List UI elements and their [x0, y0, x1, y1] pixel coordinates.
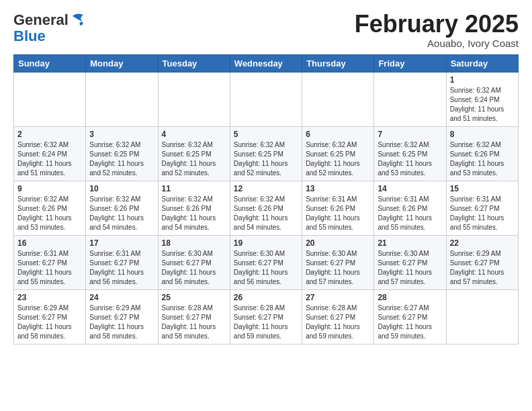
- title-block: February 2025 Aouabo, Ivory Coast: [355, 11, 519, 49]
- calendar-cell: [374, 72, 446, 126]
- day-info: Sunrise: 6:31 AM Sunset: 6:27 PM Dayligh…: [89, 249, 154, 287]
- calendar-cell: 11Sunrise: 6:32 AM Sunset: 6:26 PM Dayli…: [158, 181, 230, 235]
- calendar-day-header: Friday: [374, 54, 446, 72]
- calendar-week-row: 1Sunrise: 6:32 AM Sunset: 6:24 PM Daylig…: [14, 72, 519, 126]
- calendar-table: SundayMondayTuesdayWednesdayThursdayFrid…: [13, 54, 519, 345]
- day-info: Sunrise: 6:28 AM Sunset: 6:27 PM Dayligh…: [306, 304, 370, 341]
- location: Aouabo, Ivory Coast: [355, 38, 519, 49]
- calendar-week-row: 2Sunrise: 6:32 AM Sunset: 6:24 PM Daylig…: [14, 126, 519, 181]
- day-info: Sunrise: 6:27 AM Sunset: 6:27 PM Dayligh…: [378, 304, 442, 341]
- calendar-day-header: Tuesday: [158, 54, 230, 72]
- calendar-cell: 9Sunrise: 6:32 AM Sunset: 6:26 PM Daylig…: [14, 181, 86, 235]
- calendar-cell: 7Sunrise: 6:32 AM Sunset: 6:25 PM Daylig…: [374, 126, 446, 181]
- calendar-cell: [14, 72, 86, 126]
- page: General Blue February 2025 Aouabo, Ivory…: [0, 0, 532, 351]
- day-number: 4: [162, 130, 226, 139]
- calendar-cell: 8Sunrise: 6:32 AM Sunset: 6:26 PM Daylig…: [446, 126, 518, 181]
- day-number: 8: [450, 130, 515, 139]
- day-info: Sunrise: 6:32 AM Sunset: 6:26 PM Dayligh…: [17, 195, 82, 232]
- day-number: 28: [378, 293, 442, 302]
- calendar-cell: 17Sunrise: 6:31 AM Sunset: 6:27 PM Dayli…: [86, 235, 158, 289]
- day-number: 5: [234, 130, 298, 139]
- day-number: 11: [162, 184, 226, 193]
- day-number: 2: [17, 130, 82, 139]
- day-info: Sunrise: 6:29 AM Sunset: 6:27 PM Dayligh…: [89, 304, 154, 341]
- calendar-cell: 21Sunrise: 6:30 AM Sunset: 6:27 PM Dayli…: [374, 235, 446, 289]
- day-number: 19: [234, 238, 298, 248]
- day-info: Sunrise: 6:32 AM Sunset: 6:24 PM Dayligh…: [17, 140, 82, 178]
- calendar-cell: 16Sunrise: 6:31 AM Sunset: 6:27 PM Dayli…: [14, 235, 86, 289]
- calendar-cell: 23Sunrise: 6:29 AM Sunset: 6:27 PM Dayli…: [14, 289, 86, 344]
- calendar-day-header: Monday: [86, 54, 158, 72]
- day-info: Sunrise: 6:30 AM Sunset: 6:27 PM Dayligh…: [162, 249, 226, 287]
- calendar-cell: [86, 72, 158, 126]
- day-number: 1: [450, 75, 515, 85]
- logo-bird-icon: [70, 11, 85, 30]
- day-number: 7: [378, 130, 442, 139]
- calendar-cell: 28Sunrise: 6:27 AM Sunset: 6:27 PM Dayli…: [374, 289, 446, 344]
- day-number: 12: [234, 184, 298, 193]
- day-info: Sunrise: 6:32 AM Sunset: 6:26 PM Dayligh…: [234, 195, 298, 232]
- calendar-cell: 26Sunrise: 6:28 AM Sunset: 6:27 PM Dayli…: [230, 289, 302, 344]
- calendar-cell: [230, 72, 302, 126]
- day-info: Sunrise: 6:31 AM Sunset: 6:26 PM Dayligh…: [306, 195, 370, 232]
- day-info: Sunrise: 6:32 AM Sunset: 6:25 PM Dayligh…: [306, 140, 370, 178]
- calendar-cell: [302, 72, 374, 126]
- day-info: Sunrise: 6:31 AM Sunset: 6:27 PM Dayligh…: [450, 195, 515, 232]
- day-number: 26: [234, 293, 298, 302]
- header: General Blue February 2025 Aouabo, Ivory…: [13, 11, 519, 49]
- calendar-cell: 25Sunrise: 6:28 AM Sunset: 6:27 PM Dayli…: [158, 289, 230, 344]
- logo-blue-text: Blue: [13, 28, 46, 44]
- calendar-header-row: SundayMondayTuesdayWednesdayThursdayFrid…: [14, 54, 519, 72]
- calendar-cell: 14Sunrise: 6:31 AM Sunset: 6:26 PM Dayli…: [374, 181, 446, 235]
- calendar-cell: 10Sunrise: 6:32 AM Sunset: 6:26 PM Dayli…: [86, 181, 158, 235]
- calendar-cell: 5Sunrise: 6:32 AM Sunset: 6:25 PM Daylig…: [230, 126, 302, 181]
- calendar-cell: 3Sunrise: 6:32 AM Sunset: 6:25 PM Daylig…: [86, 126, 158, 181]
- calendar-day-header: Saturday: [446, 54, 518, 72]
- day-info: Sunrise: 6:32 AM Sunset: 6:25 PM Dayligh…: [378, 140, 442, 178]
- logo-general-text: General: [13, 12, 69, 28]
- calendar-week-row: 23Sunrise: 6:29 AM Sunset: 6:27 PM Dayli…: [14, 289, 519, 344]
- day-info: Sunrise: 6:30 AM Sunset: 6:27 PM Dayligh…: [234, 249, 298, 287]
- day-number: 18: [162, 238, 226, 248]
- day-number: 16: [17, 238, 82, 248]
- day-info: Sunrise: 6:32 AM Sunset: 6:24 PM Dayligh…: [450, 86, 515, 124]
- day-number: 21: [378, 238, 442, 248]
- day-number: 9: [17, 184, 82, 193]
- day-number: 22: [450, 238, 515, 248]
- calendar-cell: 13Sunrise: 6:31 AM Sunset: 6:26 PM Dayli…: [302, 181, 374, 235]
- day-info: Sunrise: 6:32 AM Sunset: 6:26 PM Dayligh…: [450, 140, 515, 178]
- calendar-cell: 4Sunrise: 6:32 AM Sunset: 6:25 PM Daylig…: [158, 126, 230, 181]
- calendar-day-header: Thursday: [302, 54, 374, 72]
- day-info: Sunrise: 6:32 AM Sunset: 6:25 PM Dayligh…: [89, 140, 154, 178]
- calendar-cell: 19Sunrise: 6:30 AM Sunset: 6:27 PM Dayli…: [230, 235, 302, 289]
- day-info: Sunrise: 6:28 AM Sunset: 6:27 PM Dayligh…: [162, 304, 226, 341]
- calendar-cell: 20Sunrise: 6:30 AM Sunset: 6:27 PM Dayli…: [302, 235, 374, 289]
- calendar-cell: 27Sunrise: 6:28 AM Sunset: 6:27 PM Dayli…: [302, 289, 374, 344]
- calendar-cell: 15Sunrise: 6:31 AM Sunset: 6:27 PM Dayli…: [446, 181, 518, 235]
- calendar-cell: 1Sunrise: 6:32 AM Sunset: 6:24 PM Daylig…: [446, 72, 518, 126]
- day-number: 25: [162, 293, 226, 302]
- day-info: Sunrise: 6:31 AM Sunset: 6:27 PM Dayligh…: [17, 249, 82, 287]
- day-number: 10: [89, 184, 154, 193]
- day-number: 14: [378, 184, 442, 193]
- calendar-cell: 12Sunrise: 6:32 AM Sunset: 6:26 PM Dayli…: [230, 181, 302, 235]
- day-info: Sunrise: 6:30 AM Sunset: 6:27 PM Dayligh…: [378, 249, 442, 287]
- month-title: February 2025: [355, 11, 519, 38]
- day-number: 15: [450, 184, 515, 193]
- calendar-cell: 18Sunrise: 6:30 AM Sunset: 6:27 PM Dayli…: [158, 235, 230, 289]
- calendar-cell: 2Sunrise: 6:32 AM Sunset: 6:24 PM Daylig…: [14, 126, 86, 181]
- day-number: 6: [306, 130, 370, 139]
- logo: General Blue: [13, 11, 85, 44]
- day-number: 3: [89, 130, 154, 139]
- day-info: Sunrise: 6:29 AM Sunset: 6:27 PM Dayligh…: [17, 304, 82, 341]
- calendar-week-row: 16Sunrise: 6:31 AM Sunset: 6:27 PM Dayli…: [14, 235, 519, 289]
- calendar-cell: 22Sunrise: 6:29 AM Sunset: 6:27 PM Dayli…: [446, 235, 518, 289]
- calendar-day-header: Wednesday: [230, 54, 302, 72]
- day-number: 13: [306, 184, 370, 193]
- calendar-day-header: Sunday: [14, 54, 86, 72]
- day-info: Sunrise: 6:32 AM Sunset: 6:26 PM Dayligh…: [89, 195, 154, 232]
- calendar-cell: 6Sunrise: 6:32 AM Sunset: 6:25 PM Daylig…: [302, 126, 374, 181]
- day-info: Sunrise: 6:31 AM Sunset: 6:26 PM Dayligh…: [378, 195, 442, 232]
- day-number: 23: [17, 293, 82, 302]
